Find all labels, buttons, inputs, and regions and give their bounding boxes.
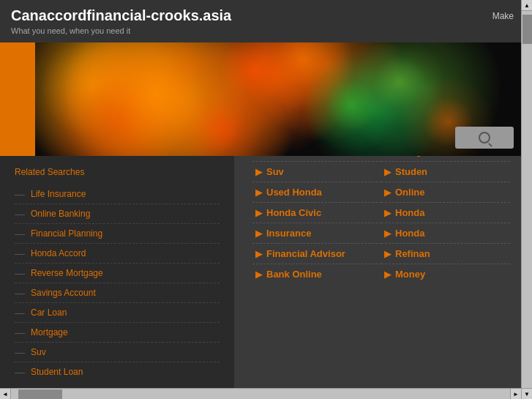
list-item: —Savings Account bbox=[15, 283, 220, 303]
scrollbar-right: ▲ ▼ bbox=[521, 0, 532, 399]
panel-arrow-icon: ▶ bbox=[384, 167, 391, 177]
panel-arrow-icon: ▶ bbox=[384, 208, 391, 218]
panel-item-left: ▶Suv bbox=[252, 162, 381, 182]
search-link[interactable]: Life Insurance bbox=[31, 189, 86, 199]
hero-bokeh-image bbox=[35, 42, 521, 156]
arrow-icon: — bbox=[15, 247, 25, 259]
panel-arrow-icon: ▶ bbox=[255, 156, 262, 157]
left-column: Related Searches —Life Insurance—Online … bbox=[0, 156, 234, 388]
panel-arrow-icon: ▶ bbox=[384, 187, 391, 198]
search-link[interactable]: Honda Accord bbox=[31, 248, 86, 258]
search-link[interactable]: Student Loan bbox=[31, 367, 83, 377]
panel-item-left: ▶Bank Online bbox=[252, 264, 381, 284]
arrow-icon: — bbox=[15, 327, 25, 338]
panel-arrow-icon: ▶ bbox=[255, 167, 262, 177]
site-title: Canaccordfinancial-crooks.asia bbox=[11, 7, 510, 24]
list-item: —Student Loan bbox=[15, 362, 220, 381]
arrow-icon: — bbox=[15, 188, 25, 200]
arrow-icon: — bbox=[15, 307, 25, 318]
list-item: —Mortgage bbox=[15, 323, 220, 343]
search-link[interactable]: Mortgage bbox=[31, 327, 68, 338]
panel-item-right: ▶Honda bbox=[381, 203, 510, 223]
panel-item-right: ▶Studen bbox=[381, 162, 510, 182]
list-item: —Reverse Mortgage bbox=[15, 264, 220, 283]
scroll-up-button[interactable]: ▲ bbox=[522, 0, 533, 11]
header-make-label: Make bbox=[492, 11, 514, 21]
search-link[interactable]: Car Loan bbox=[31, 307, 67, 318]
panel-link[interactable]: Financial Advisor bbox=[266, 248, 345, 259]
panel-item-left: ▶Used Honda bbox=[252, 182, 381, 203]
panel-link[interactable]: Suv bbox=[266, 166, 284, 177]
list-item: —Life Insurance bbox=[15, 184, 220, 204]
arrow-icon: — bbox=[15, 287, 25, 299]
search-link[interactable]: Online Banking bbox=[31, 209, 90, 219]
panel-item-right: ▶Online bbox=[381, 182, 510, 203]
site-subtitle: What you need, when you need it bbox=[11, 26, 510, 35]
panel-arrow-icon: ▶ bbox=[255, 269, 262, 280]
hero-orange-bar bbox=[0, 42, 35, 156]
panel-arrow-icon: ▶ bbox=[255, 228, 262, 239]
scroll-thumb-vertical[interactable] bbox=[522, 15, 532, 44]
panel-link[interactable]: Studen bbox=[395, 166, 427, 177]
list-item: —Honda Accord bbox=[15, 244, 220, 264]
main-content: Canaccordfinancial-crooks.asia What you … bbox=[0, 0, 521, 388]
panel-arrow-icon: ▶ bbox=[384, 249, 391, 259]
panel-item-left: ▶Honda Civic bbox=[252, 203, 381, 223]
panel-arrow-icon: ▶ bbox=[255, 187, 262, 198]
right-column: Related Searches ▶Life Insurance▶Online▶… bbox=[234, 156, 521, 388]
panel-item-right: ▶Refinan bbox=[381, 244, 510, 264]
list-item: —Car Loan bbox=[15, 303, 220, 323]
arrow-icon: — bbox=[15, 346, 25, 358]
panel-link[interactable]: Honda bbox=[395, 228, 424, 239]
panel-item-left: ▶Financial Advisor bbox=[252, 244, 381, 264]
panel-arrow-icon: ▶ bbox=[384, 228, 391, 239]
search-link[interactable]: Financial Planning bbox=[31, 228, 102, 239]
search-link[interactable]: Savings Account bbox=[31, 288, 96, 298]
panel-link[interactable]: Bank Online bbox=[266, 269, 322, 280]
search-link[interactable]: Suv bbox=[31, 347, 46, 357]
panel-item-left: ▶Car Loan bbox=[252, 156, 381, 162]
panel-arrow-icon: ▶ bbox=[384, 269, 391, 280]
arrow-icon: — bbox=[15, 208, 25, 220]
panel-item-right: ▶Money bbox=[381, 264, 510, 284]
panel-link[interactable]: Used Honda bbox=[266, 187, 322, 198]
scrollbar-bottom: ◄ ► bbox=[0, 388, 521, 399]
panel-link[interactable]: Online bbox=[395, 187, 424, 198]
list-item: —Financial Planning bbox=[15, 224, 220, 244]
related-panel: Related Searches ▶Life Insurance▶Online▶… bbox=[241, 156, 521, 293]
search-icon bbox=[479, 132, 490, 143]
scroll-right-button[interactable]: ► bbox=[510, 389, 521, 400]
list-item: —Online Banking bbox=[15, 204, 220, 224]
left-related-searches-title: Related Searches bbox=[15, 167, 220, 177]
arrow-icon: — bbox=[15, 267, 25, 279]
panel-link[interactable]: Money bbox=[395, 269, 425, 280]
panel-link[interactable]: Honda Civic bbox=[266, 207, 321, 218]
search-link[interactable]: Reverse Mortgage bbox=[31, 268, 103, 278]
list-item: —Suv bbox=[15, 343, 220, 362]
panel-link[interactable]: Mortga bbox=[395, 156, 427, 157]
panel-item-right: ▶Mortga bbox=[381, 156, 510, 162]
header: Canaccordfinancial-crooks.asia What you … bbox=[0, 0, 521, 42]
left-search-list: —Life Insurance—Online Banking—Financial… bbox=[15, 184, 220, 381]
columns-container: Related Searches —Life Insurance—Online … bbox=[0, 156, 521, 388]
arrow-icon: — bbox=[15, 366, 25, 378]
panel-arrow-icon: ▶ bbox=[255, 249, 262, 259]
panel-arrow-icon: ▶ bbox=[255, 208, 262, 218]
scroll-down-button[interactable]: ▼ bbox=[522, 388, 533, 399]
search-box[interactable] bbox=[455, 127, 514, 149]
scroll-thumb-horizontal[interactable] bbox=[18, 389, 62, 399]
panel-link[interactable]: Honda bbox=[395, 207, 424, 218]
hero-image-area bbox=[0, 42, 521, 156]
panel-link[interactable]: Car Loan bbox=[266, 156, 307, 157]
arrow-icon: — bbox=[15, 228, 25, 239]
panel-arrow-icon: ▶ bbox=[384, 156, 391, 157]
panel-item-right: ▶Honda bbox=[381, 223, 510, 244]
panel-grid: ▶Life Insurance▶Online▶Financial Plannin… bbox=[252, 156, 510, 284]
scroll-left-button[interactable]: ◄ bbox=[0, 389, 11, 400]
panel-link[interactable]: Refinan bbox=[395, 248, 430, 259]
panel-item-left: ▶Insurance bbox=[252, 223, 381, 244]
panel-link[interactable]: Insurance bbox=[266, 228, 311, 239]
